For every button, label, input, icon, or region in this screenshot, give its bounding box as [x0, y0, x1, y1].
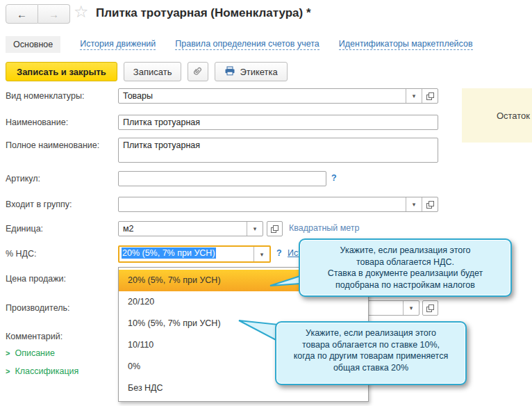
vat-tooltip-10: Укажите, если реализация этого товара об… [275, 321, 467, 385]
group-combo-field[interactable]: ▾ [118, 197, 438, 212]
tab-account-rules[interactable]: Правила определения счетов учета [175, 39, 319, 50]
field-label-vat: % НДС: [6, 249, 37, 259]
print-label-text: Этикетка [240, 67, 277, 77]
chevron-down-icon: ▾ [413, 201, 416, 208]
field-label-unit: Единица: [6, 224, 43, 234]
nomenclature-form-window: ← → ☆ Плитка тротуарная (Номенклатура) *… [0, 0, 532, 406]
kind-dropdown-button[interactable]: ▾ [406, 89, 422, 103]
kind-value[interactable]: Товары [119, 89, 406, 103]
vat-combo-field[interactable]: 20% (5%, 7% при УСН) ▾ [118, 245, 271, 263]
open-form-icon [426, 304, 434, 312]
open-form-icon [426, 92, 434, 100]
chevron-down-icon: ▾ [410, 304, 413, 311]
name-input[interactable]: Плитка тротуарная [118, 115, 438, 130]
tab-main[interactable]: Основное [6, 36, 60, 53]
printer-icon [224, 66, 235, 78]
stock-panel-label: Остаток [497, 111, 530, 121]
expander-classification-label: Классификация [15, 366, 78, 376]
kind-combo-field[interactable]: Товары ▾ [118, 88, 438, 104]
unit-dropdown-button[interactable]: ▾ [247, 222, 263, 236]
field-label-name: Наименование: [6, 117, 68, 127]
article-value[interactable] [119, 172, 326, 186]
arrow-right-icon: → [49, 8, 59, 20]
group-value[interactable] [119, 197, 406, 211]
open-form-icon [426, 201, 434, 209]
manufacturer-dropdown-button[interactable]: ▾ [403, 301, 419, 315]
field-label-article: Артикул: [6, 174, 40, 184]
field-label-price: Цена продажи: [6, 274, 66, 284]
field-label-fullname: Полное наименование: [6, 140, 99, 150]
chevron-down-icon: ▾ [253, 225, 257, 232]
unit-open-button[interactable] [267, 221, 283, 236]
tab-marketplace-ids[interactable]: Идентификаторы маркетплейсов [339, 39, 473, 50]
chevron-right-icon: > [6, 367, 10, 375]
attachments-button[interactable] [188, 62, 208, 81]
save-button[interactable]: Записать [124, 62, 182, 81]
field-label-group: Входит в группу: [6, 200, 72, 209]
fullname-value[interactable]: Плитка тротуарная [119, 138, 438, 152]
group-dropdown-button[interactable]: ▾ [406, 197, 422, 211]
vat-help-icon[interactable]: ? [276, 248, 282, 258]
expander-description[interactable]: > Описание [6, 348, 55, 358]
fullname-textarea[interactable]: Плитка тротуарная [118, 138, 438, 163]
back-button[interactable]: ← [6, 4, 38, 24]
manufacturer-open-button[interactable] [422, 300, 438, 316]
expander-description-label: Описание [15, 348, 55, 358]
vat-value[interactable]: 20% (5%, 7% при УСН) [119, 247, 253, 261]
kind-open-button[interactable] [422, 89, 438, 103]
save-and-close-button[interactable]: Записать и закрыть [6, 62, 117, 81]
print-label-button[interactable]: Этикетка [215, 62, 287, 81]
open-form-icon [271, 225, 279, 233]
arrow-left-icon: ← [17, 8, 27, 20]
group-open-button[interactable] [422, 197, 438, 211]
field-label-kind: Вид номенклатуры: [6, 91, 84, 101]
vat-tooltip-20: Укажите, если реализация этого товара об… [299, 238, 512, 297]
chevron-down-icon: ▾ [260, 251, 264, 258]
field-label-comment: Комментарий: [6, 332, 63, 341]
field-label-manufacturer: Производитель: [6, 303, 69, 313]
forward-button[interactable]: → [38, 4, 70, 24]
unit-combo-field[interactable]: м2 ▾ [118, 221, 263, 236]
name-value[interactable]: Плитка тротуарная [119, 115, 438, 129]
tab-bar: Основное История движений Правила опреде… [6, 35, 473, 54]
favorite-star-icon[interactable]: ☆ [74, 2, 89, 22]
toolbar: Записать и закрыть Записать Этикетка [6, 62, 288, 81]
stock-panel[interactable]: Остаток [462, 88, 532, 143]
page-title: Плитка тротуарная (Номенклатура) * [96, 6, 311, 20]
nav-buttons: ← → [6, 4, 70, 24]
paperclip-icon [192, 65, 203, 79]
chevron-right-icon: > [6, 349, 10, 357]
vat-dropdown-button[interactable]: ▾ [253, 247, 269, 261]
chevron-down-icon: ▾ [413, 92, 416, 99]
tab-movement-history[interactable]: История движений [80, 39, 156, 50]
unit-description-link[interactable]: Квадратный метр [289, 223, 360, 233]
article-help-icon[interactable]: ? [331, 173, 337, 183]
vat-selected-text: 20% (5%, 7% при УСН) [122, 247, 216, 259]
unit-value[interactable]: м2 [119, 222, 247, 236]
expander-classification[interactable]: > Классификация [6, 366, 78, 376]
article-input[interactable] [118, 171, 326, 186]
